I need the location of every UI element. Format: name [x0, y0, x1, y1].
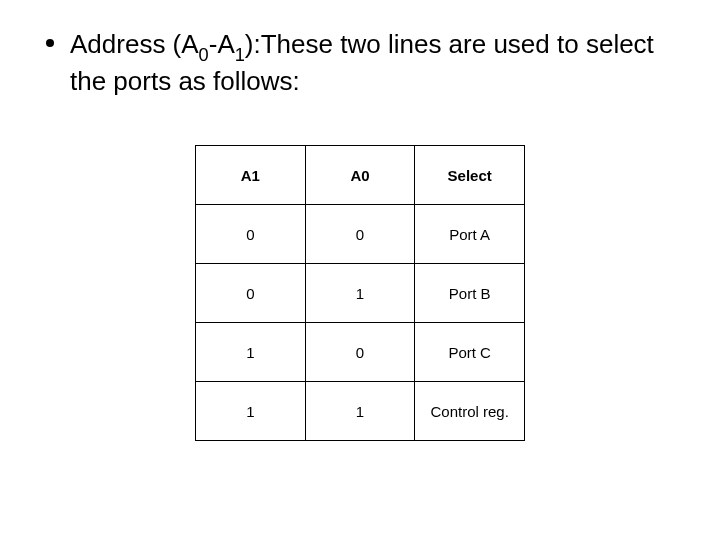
table-row: 1 0 Port C	[196, 323, 525, 382]
bullet-dot-icon	[46, 39, 54, 47]
cell-a0: 1	[305, 264, 415, 323]
bullet-text: Address (A0-A1):These two lines are used…	[70, 28, 670, 97]
cell-a1: 1	[196, 382, 306, 441]
cell-a1: 0	[196, 264, 306, 323]
cell-select: Port C	[415, 323, 525, 382]
bullet-text-part: -A	[209, 29, 235, 59]
cell-select: Port A	[415, 205, 525, 264]
slide: Address (A0-A1):These two lines are used…	[0, 0, 720, 540]
cell-select: Control reg.	[415, 382, 525, 441]
col-header-a0: A0	[305, 146, 415, 205]
address-select-table: A1 A0 Select 0 0 Port A 0 1 Port B 1 0 P…	[195, 145, 525, 441]
cell-a0: 0	[305, 323, 415, 382]
cell-a1: 0	[196, 205, 306, 264]
table-row: 0 1 Port B	[196, 264, 525, 323]
cell-a1: 1	[196, 323, 306, 382]
bullet-item: Address (A0-A1):These two lines are used…	[46, 28, 670, 97]
bullet-text-part: Address (A	[70, 29, 199, 59]
table-header-row: A1 A0 Select	[196, 146, 525, 205]
table-row: 1 1 Control reg.	[196, 382, 525, 441]
cell-a0: 1	[305, 382, 415, 441]
table-container: A1 A0 Select 0 0 Port A 0 1 Port B 1 0 P…	[40, 145, 680, 441]
table-row: 0 0 Port A	[196, 205, 525, 264]
cell-select: Port B	[415, 264, 525, 323]
cell-a0: 0	[305, 205, 415, 264]
col-header-a1: A1	[196, 146, 306, 205]
subscript-a1: 1	[235, 45, 245, 65]
subscript-a0: 0	[199, 45, 209, 65]
col-header-select: Select	[415, 146, 525, 205]
